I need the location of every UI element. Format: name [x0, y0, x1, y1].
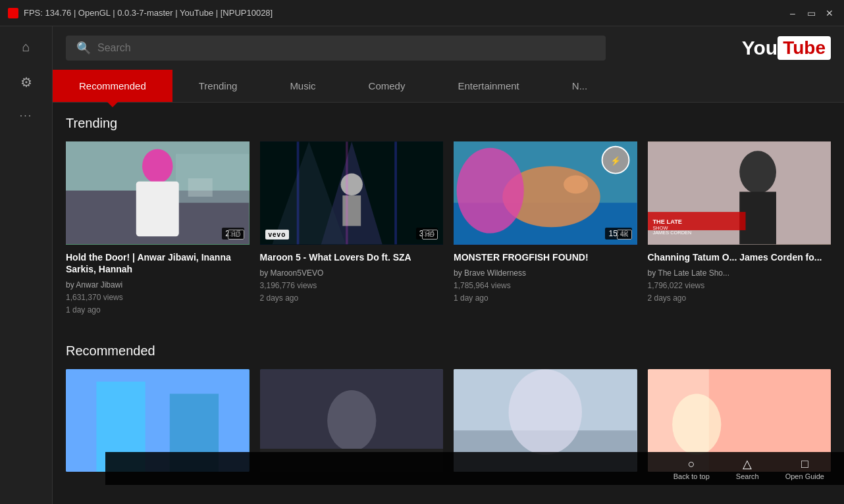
open-guide-icon: □: [801, 457, 808, 471]
video-title-4: Channing Tatum O... James Corden fo...: [648, 251, 831, 263]
sidebar-item-settings[interactable]: ⚙: [20, 74, 32, 90]
video-card-4[interactable]: THE LATE SHOW JAMES CORDEN Channing Tatu…: [648, 141, 831, 324]
svg-rect-10: [342, 195, 361, 226]
search-action-icon: △: [743, 457, 752, 471]
svg-point-18: [457, 148, 524, 234]
video-card-3[interactable]: ⚡ 15:48 4K MONSTER FROGFISH FOUND! by Br…: [454, 141, 637, 324]
video-title-2: Maroon 5 - What Lovers Do ft. SZA: [260, 251, 444, 263]
quality-2: HD: [422, 230, 438, 239]
open-guide-label: Open Guide: [785, 472, 824, 480]
more-icon: ···: [20, 110, 32, 122]
age-2: 2 days ago: [260, 292, 444, 305]
back-to-top-label: Back to top: [673, 472, 710, 480]
tab-music[interactable]: Music: [263, 70, 342, 102]
svg-point-4: [142, 149, 172, 183]
thumb-img-4: THE LATE SHOW JAMES CORDEN: [648, 141, 831, 245]
back-to-top-icon: ○: [688, 457, 695, 471]
sidebar-item-more[interactable]: ···: [20, 110, 32, 122]
video-card-2[interactable]: vevo 3:34 HD Maroon 5 - What Lovers Do f…: [260, 141, 444, 324]
svg-rect-11: [296, 141, 299, 244]
trending-section-title: Trending: [66, 116, 831, 131]
maximize-button[interactable]: ▭: [804, 7, 818, 20]
svg-text:JAMES CORDEN: JAMES CORDEN: [652, 230, 691, 236]
thumbnail-1: 2:17 HD: [66, 141, 250, 245]
svg-point-17: [564, 175, 588, 193]
logo-you-text: You: [742, 37, 778, 59]
svg-point-36: [509, 369, 582, 455]
video-meta-4: by The Late Late Sho... 1,796,022 views …: [648, 267, 831, 305]
window-controls[interactable]: – ▭ ✕: [786, 7, 836, 20]
svg-point-22: [739, 151, 776, 193]
search-action[interactable]: △ Search: [736, 457, 759, 480]
channel-1: by Anwar Jibawi: [66, 279, 250, 291]
content-area: Trending: [53, 103, 844, 485]
views-3: 1,785,964 views: [454, 280, 637, 292]
logo-tube-text: Tube: [778, 36, 831, 60]
channel-2: by Maroon5VEVO: [260, 267, 444, 280]
close-button[interactable]: ✕: [823, 7, 836, 20]
back-to-top-action[interactable]: ○ Back to top: [673, 457, 710, 480]
svg-rect-5: [136, 182, 179, 237]
svg-rect-12: [345, 141, 348, 244]
title-bar: FPS: 134.76 | OpenGL | 0.0.3-7-master | …: [0, 0, 844, 26]
recommended-section-title: Recommended: [66, 343, 831, 359]
age-1: 1 day ago: [66, 304, 250, 316]
video-info-1: Hold the Door! | Anwar Jibawi, Inanna Sa…: [66, 245, 250, 324]
sidebar-item-home[interactable]: ⌂: [22, 39, 30, 55]
settings-icon: ⚙: [20, 74, 32, 90]
svg-rect-3: [188, 178, 213, 197]
svg-text:THE LATE: THE LATE: [652, 218, 682, 225]
trending-section: Trending: [66, 116, 831, 324]
views-1: 1,631,370 views: [66, 291, 250, 304]
tab-comedy[interactable]: Comedy: [342, 70, 432, 102]
video-meta-2: by Maroon5VEVO 3,196,776 views 2 days ag…: [260, 267, 444, 305]
tab-recommended[interactable]: Recommended: [53, 70, 172, 102]
minimize-button[interactable]: –: [786, 7, 799, 20]
home-icon: ⌂: [22, 39, 30, 55]
main-content: 🔍 YouTube Recommended Trending Music Com…: [53, 26, 844, 504]
search-input[interactable]: [97, 42, 595, 54]
header: 🔍 YouTube: [53, 26, 844, 70]
search-action-label: Search: [736, 472, 759, 480]
app-container: ⌂ ⚙ ··· 🔍 YouTube Recommended Trending M…: [0, 26, 844, 504]
title-bar-info: FPS: 134.76 | OpenGL | 0.0.3-7-master | …: [8, 8, 273, 18]
thumbnail-3: ⚡ 15:48 4K: [454, 141, 637, 245]
channel-3: by Brave Wilderness: [454, 267, 637, 280]
video-card-1[interactable]: 2:17 HD Hold the Door! | Anwar Jibawi, I…: [66, 141, 250, 324]
age-3: 1 day ago: [454, 292, 637, 305]
views-2: 3,196,776 views: [260, 280, 444, 292]
svg-text:⚡: ⚡: [610, 155, 621, 166]
bottom-bar: ○ Back to top △ Search □ Open Guide: [105, 452, 844, 485]
youtube-logo: YouTube: [742, 36, 831, 60]
quality-3: 4K: [617, 230, 631, 239]
svg-point-39: [672, 393, 721, 455]
thumbnail-4: THE LATE SHOW JAMES CORDEN: [648, 141, 831, 245]
channel-4: by The Late Late Sho...: [648, 267, 831, 280]
app-icon: [8, 8, 18, 18]
trending-video-grid: 2:17 HD Hold the Door! | Anwar Jibawi, I…: [66, 141, 831, 324]
video-info-4: Channing Tatum O... James Corden fo... b…: [648, 245, 831, 312]
tab-trending[interactable]: Trending: [172, 70, 264, 102]
thumbnail-2: vevo 3:34 HD: [260, 141, 444, 245]
title-bar-text: FPS: 134.76 | OpenGL | 0.0.3-7-master | …: [24, 8, 273, 18]
svg-rect-13: [394, 141, 397, 244]
video-info-2: Maroon 5 - What Lovers Do ft. SZA by Mar…: [260, 245, 444, 312]
video-title-1: Hold the Door! | Anwar Jibawi, Inanna Sa…: [66, 251, 250, 275]
quality-1: HD: [228, 230, 244, 239]
tab-more[interactable]: N...: [546, 70, 614, 102]
video-meta-3: by Brave Wilderness 1,785,964 views 1 da…: [454, 267, 637, 305]
search-icon: 🔍: [76, 41, 91, 55]
open-guide-action[interactable]: □ Open Guide: [785, 457, 824, 480]
svg-point-9: [340, 174, 362, 195]
views-4: 1,796,022 views: [648, 280, 831, 292]
video-info-3: MONSTER FROGFISH FOUND! by Brave Wildern…: [454, 245, 637, 312]
video-meta-1: by Anwar Jibawi 1,631,370 views 1 day ag…: [66, 279, 250, 317]
sidebar: ⌂ ⚙ ···: [0, 26, 53, 504]
vevo-badge-2: vevo: [265, 230, 290, 239]
svg-point-32: [327, 390, 376, 451]
age-4: 2 days ago: [648, 292, 831, 305]
search-bar[interactable]: 🔍: [66, 36, 606, 61]
video-title-3: MONSTER FROGFISH FOUND!: [454, 251, 637, 263]
tab-entertainment[interactable]: Entertainment: [431, 70, 545, 102]
tabs-bar: Recommended Trending Music Comedy Entert…: [53, 70, 844, 103]
